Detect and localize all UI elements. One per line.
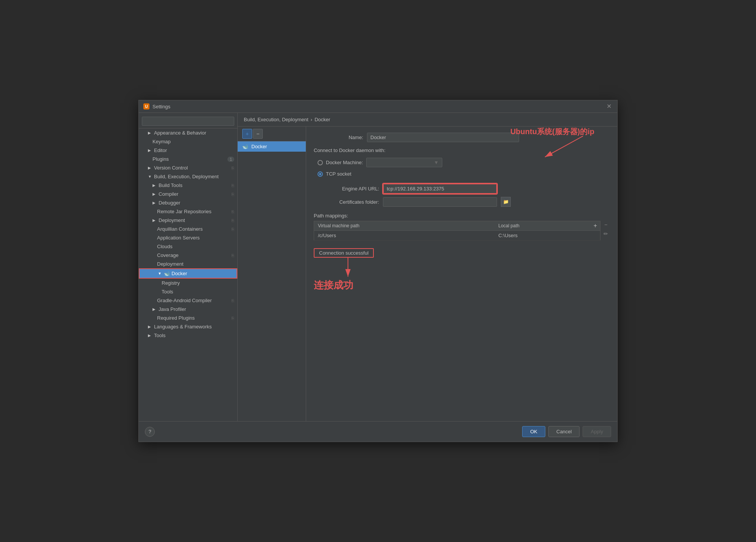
sidebar-item-keymap[interactable]: Keymap [139,137,237,146]
arrow-icon: ▶ [148,131,152,135]
sidebar: ▶ Appearance & Behavior Keymap ▶ Editor … [139,113,238,421]
sidebar-item-build-exec[interactable]: ▼ Build, Execution, Deployment [139,172,237,181]
cert-folder-input[interactable] [383,197,497,207]
copy-icon: ⎘ [232,192,234,197]
pm-row-wrapper: Virtual machine path Local path + [314,221,610,241]
main-content: Build, Execution, Deployment › Docker + … [238,113,617,421]
sidebar-label: Plugins [152,156,169,162]
copy-icon: ⎘ [232,316,234,320]
title-bar: U Settings ✕ [139,100,617,113]
sidebar-item-plugins[interactable]: Plugins 1 [139,155,237,163]
sidebar-label: Languages & Frameworks [154,324,212,330]
sidebar-item-deployment[interactable]: ▶ Deployment ⎘ [139,216,237,225]
connection-badge: Connection successful [314,248,374,258]
sidebar-item-version-control[interactable]: ▶ Version Control ⎘ [139,163,237,172]
plugin-badge: 1 [227,157,234,162]
sidebar-label: Coverage [157,252,178,258]
pm-col-vm: Virtual machine path [314,221,495,231]
docker-icon: 🐋 [164,271,170,276]
sidebar-item-gradle-android[interactable]: Gradle-Android Compiler ⎘ [139,296,237,305]
copy-icon: ⎘ [232,227,234,231]
ok-button[interactable]: OK [522,426,545,437]
docker-machine-radio[interactable] [318,160,323,165]
browse-folder-button[interactable]: 📁 [501,197,511,207]
tcp-socket-label: TCP socket [326,171,351,177]
breadcrumb-part2: Docker [314,117,330,122]
tcp-sub-form: Engine API URL: Certificates folder: 📁 [326,184,610,207]
cancel-button[interactable]: Cancel [548,426,580,437]
sidebar-item-build-tools[interactable]: ▶ Build Tools ⎘ [139,181,237,190]
pm-remove-button[interactable]: − [602,221,610,228]
sidebar-label: Build Tools [159,182,183,188]
copy-icon: ⎘ [232,209,234,214]
sidebar-item-coverage[interactable]: Coverage ⎘ [139,251,237,260]
sidebar-label: Gradle-Android Compiler [157,298,212,303]
sidebar-item-deployment2[interactable]: Deployment [139,260,237,268]
add-docker-button[interactable]: + [242,129,252,139]
sidebar-item-tools[interactable]: Tools [139,287,237,296]
chinese-connection-annotation: 连接成功 [314,279,353,292]
pm-add-button[interactable]: + [594,222,597,229]
arrow-icon: ▶ [152,201,157,205]
tcp-socket-radio[interactable] [318,171,323,177]
cert-folder-row: Certificates folder: 📁 [326,197,610,207]
pm-local-path: C:\Users [495,231,600,241]
apply-button[interactable]: Apply [583,426,611,437]
name-input[interactable] [367,133,519,142]
arrow-icon: ▶ [152,192,157,196]
settings-dialog: U Settings ✕ ▶ Appearance & Behavior Key… [138,100,618,442]
pm-vm-path: /c/Users [314,231,495,241]
sidebar-item-clouds[interactable]: Clouds [139,242,237,251]
arrow-icon: ▶ [152,307,157,311]
arrow-icon: ▶ [148,148,152,152]
sidebar-item-appearance[interactable]: ▶ Appearance & Behavior [139,128,237,137]
breadcrumb-part1: Build, Execution, Deployment [244,117,308,122]
connect-title: Connect to Docker daemon with: [314,147,610,153]
docker-item-icon: 🐋 [242,144,248,149]
sidebar-item-java-profiler[interactable]: ▶ Java Profiler [139,305,237,314]
sidebar-item-app-servers[interactable]: Application Servers [139,233,237,242]
sidebar-item-debugger[interactable]: ▶ Debugger [139,198,237,207]
sidebar-label: Debugger [159,200,180,206]
docker-list-panel: + − 🐋 Docker [238,127,306,421]
cert-folder-label: Certificates folder: [326,199,379,205]
connect-section: Connect to Docker daemon with: Docker Ma… [314,147,610,207]
docker-list-item[interactable]: 🐋 Docker [238,141,306,152]
sidebar-label: Compiler [159,191,178,197]
docker-machine-label: Docker Machine: [326,160,363,165]
arrow-icon: ▼ [148,174,152,179]
sidebar-label: Application Servers [157,235,200,241]
sidebar-item-compiler[interactable]: ▶ Compiler ⎘ [139,190,237,198]
tcp-socket-row: TCP socket [318,171,610,177]
sidebar-item-required-plugins[interactable]: Required Plugins ⎘ [139,314,237,322]
docker-machine-row: Docker Machine: ▼ [318,158,610,167]
search-bar [139,114,237,128]
help-button[interactable]: ? [145,427,155,437]
sidebar-label: Appearance & Behavior [154,130,206,136]
sidebar-item-arquillian[interactable]: Arquillian Containers ⎘ [139,225,237,233]
sidebar-item-registry[interactable]: Registry [139,279,237,287]
engine-api-input[interactable] [383,184,497,194]
sidebar-item-languages[interactable]: ▶ Languages & Frameworks [139,322,237,331]
docker-machine-dropdown[interactable]: ▼ [366,158,442,167]
pm-edit-button[interactable]: ✏ [602,230,610,238]
docker-item-label: Docker [251,144,267,149]
sidebar-item-docker[interactable]: ▼ 🐋 Docker [139,268,237,279]
engine-api-label: Engine API URL: [326,186,379,192]
close-button[interactable]: ✕ [607,103,613,109]
sidebar-item-remote-jar[interactable]: Remote Jar Repositories ⎘ [139,207,237,216]
dropdown-arrow: ▼ [434,160,439,165]
copy-icon: ⎘ [232,183,234,188]
sidebar-label: Deployment [157,261,183,267]
connection-status-area: Connection successful 连接成功 [314,248,610,258]
table-row: /c/Users C:\Users [314,231,600,241]
sidebar-item-editor[interactable]: ▶ Editor [139,146,237,155]
pm-col-local: Local path + [495,221,600,231]
docker-toolbar: + − [238,127,306,141]
sidebar-label: Arquillian Containers [157,226,203,232]
sidebar-label: Deployment [159,217,185,223]
search-input[interactable] [142,117,234,126]
sidebar-item-tools-main[interactable]: ▶ Tools [139,331,237,340]
remove-docker-button[interactable]: − [253,129,263,139]
sidebar-label: Registry [162,280,180,286]
